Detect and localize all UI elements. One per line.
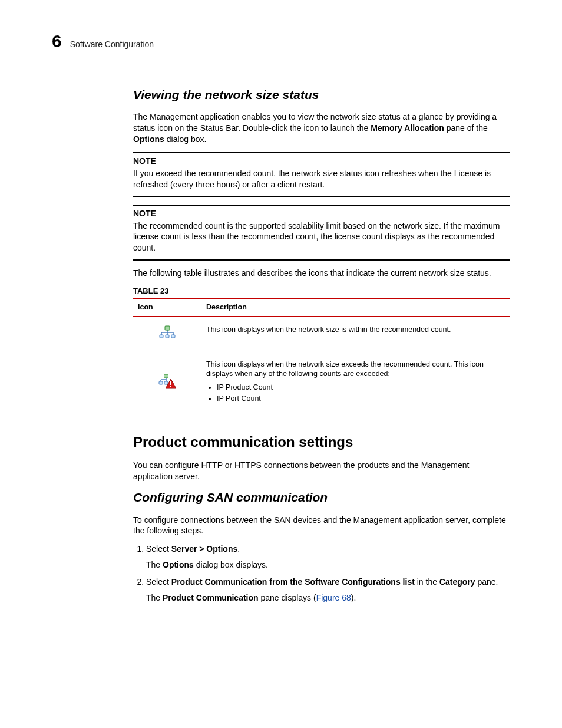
svg-rect-7 [165, 326, 170, 330]
text: Select [146, 544, 171, 554]
text: in the [415, 577, 439, 587]
text: pane displays ( [259, 593, 316, 602]
section-heading-configuring-san-communication: Configuring SAN communication [133, 489, 510, 506]
chapter-number: 6 [52, 32, 62, 50]
bullet-list: IP Product Count IP Port Count [217, 383, 505, 404]
table-row: This icon displays when the network size… [133, 351, 510, 416]
text-bold: Product Communication [163, 593, 259, 602]
paragraph: You can configure HTTP or HTTPS connecti… [133, 460, 510, 482]
icon-description-table: Icon Description [133, 298, 510, 416]
network-warning-icon [158, 378, 177, 386]
section-heading-viewing-network-size: Viewing the network size status [133, 87, 510, 103]
text: Select [146, 577, 171, 587]
step-sub: The Product Communication pane displays … [146, 592, 510, 604]
table-cell-description: This icon displays when the network size… [201, 316, 510, 351]
text-bold: Category [439, 577, 475, 587]
table-row: This icon displays when the network size… [133, 316, 510, 351]
text: The [146, 560, 163, 569]
text: This icon displays when the network size… [206, 360, 484, 378]
note-body: The recommended count is the supported s… [133, 220, 510, 261]
svg-rect-13 [164, 374, 168, 378]
table-header-icon: Icon [133, 298, 201, 316]
icon-cell [133, 316, 201, 351]
text: dialog box displays. [194, 560, 268, 569]
paragraph: The Management application enables you t… [133, 111, 510, 145]
step-item: Select Server > Options. The Options dia… [146, 543, 510, 571]
text: ). [351, 593, 356, 602]
svg-rect-14 [170, 381, 171, 385]
table-label: TABLE 23 [133, 286, 510, 297]
text: dialog box. [164, 134, 207, 144]
paragraph: To configure connections between the SAN… [133, 515, 510, 537]
section-heading-product-communication-settings: Product communication settings [133, 433, 510, 452]
svg-rect-9 [164, 381, 168, 384]
table-cell-description: This icon displays when the network size… [201, 351, 510, 416]
step-list: Select Server > Options. The Options dia… [133, 543, 510, 604]
text-bold: Options [133, 134, 164, 144]
svg-rect-0 [160, 335, 163, 338]
icon-cell [133, 351, 201, 416]
figure-link[interactable]: Figure 68 [316, 593, 351, 602]
table-header-description: Description [201, 298, 510, 316]
running-head: 6 Software Configuration [52, 32, 510, 50]
step-item: Select Product Communication from the So… [146, 577, 510, 604]
svg-rect-8 [159, 381, 163, 384]
chapter-title: Software Configuration [70, 39, 154, 49]
list-item: IP Product Count [217, 383, 505, 393]
note-label: NOTE [133, 208, 510, 219]
text: pane of the [444, 123, 488, 133]
text: . [237, 544, 240, 554]
note-label: NOTE [133, 156, 510, 167]
text: pane. [475, 577, 498, 587]
note-block: NOTE The recommended count is the suppor… [133, 205, 510, 261]
text: The [146, 593, 163, 602]
text-bold: Options [163, 560, 194, 569]
text-bold: Server > Options [171, 544, 237, 554]
svg-rect-15 [170, 386, 171, 387]
svg-rect-2 [171, 335, 175, 338]
list-item: IP Port Count [217, 394, 505, 404]
paragraph: The following table illustrates and desc… [133, 268, 510, 279]
text-bold: Product Communication from the Software … [171, 577, 415, 587]
step-sub: The Options dialog box displays. [146, 559, 510, 571]
network-ok-icon [158, 328, 176, 336]
svg-rect-1 [166, 335, 169, 338]
note-block: NOTE If you exceed the recommended count… [133, 152, 510, 197]
note-body: If you exceed the recommended count, the… [133, 168, 510, 197]
text-bold: Memory Allocation [371, 123, 444, 133]
